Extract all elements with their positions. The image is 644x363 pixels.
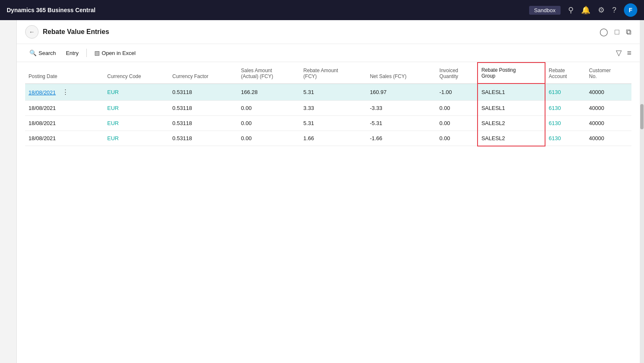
cell-posting-date: 18/08/2021 [25,100,104,115]
cell-posting-date: 18/08/2021 ⋮ [25,84,104,100]
cell-rebate-posting-group: SALESL1 [478,84,545,100]
table-row: 18/08/2021 EUR 0.53118 0.00 3.33 -3.33 0… [25,100,631,115]
bookmark-icon[interactable]: ◯ [600,27,608,37]
main-container: ← Rebate Value Entries ◯ □ ⧉ 🔍 Search En… [0,20,644,363]
cell-net-sales: -1.66 [366,131,436,146]
col-header-sales-amount: Sales Amount(Actual) (FCY) [238,63,300,84]
cell-customer-no: 40000 [586,131,631,146]
entry-button[interactable]: Entry [62,48,83,58]
page-header-right: ◯ □ ⧉ [600,27,631,37]
open-excel-button[interactable]: ▧ Open in Excel [90,47,140,58]
toolbar-divider [86,49,87,57]
topbar: Dynamics 365 Business Central Sandbox ⚲ … [0,0,644,20]
data-table: Posting Date Currency Code Currency Fact… [25,62,631,146]
col-header-currency-code: Currency Code [104,63,169,84]
search-label: Search [39,50,56,56]
page-header-left: ← Rebate Value Entries [25,25,109,39]
col-header-rebate-amount: Rebate Amount(FCY) [300,63,367,84]
help-icon[interactable]: ? [612,6,616,15]
left-sidebar [0,20,17,363]
scroll-thumb[interactable] [640,104,644,129]
topbar-right: Sandbox ⚲ 🔔 ⚙ ? F [529,3,637,17]
posting-date-link[interactable]: 18/08/2021 [29,89,56,96]
search-icon: 🔍 [29,50,36,56]
cell-sales-amount: 166.28 [238,84,300,100]
cell-rebate-account: 6130 [545,115,586,131]
cell-rebate-amount: 3.33 [300,100,367,115]
gear-icon[interactable]: ⚙ [598,5,605,15]
open-excel-label: Open in Excel [102,50,136,56]
page-title: Rebate Value Entries [43,28,109,36]
cell-net-sales: -3.33 [366,100,436,115]
table-row: 18/08/2021 EUR 0.53118 0.00 1.66 -1.66 0… [25,131,631,146]
toolbar: 🔍 Search Entry ▧ Open in Excel ▽ ≡ [17,44,640,62]
topbar-left: Dynamics 365 Business Central [7,7,96,13]
cell-currency-factor: 0.53118 [169,84,238,100]
columns-icon[interactable]: ≡ [627,49,631,57]
cell-rebate-account: 6130 [545,84,586,100]
col-header-rebate-account: RebateAccount [545,63,586,84]
cell-rebate-account: 6130 [545,100,586,115]
back-icon: ← [29,29,35,35]
right-sidebar [640,20,644,363]
table-container: Posting Date Currency Code Currency Fact… [17,62,640,363]
cell-net-sales: 160.97 [366,84,436,100]
cell-rebate-posting-group: SALESL2 [478,115,545,131]
search-button[interactable]: 🔍 Search [25,47,60,58]
search-nav-icon[interactable]: ⚲ [568,5,574,15]
cell-rebate-amount: 5.31 [300,84,367,100]
table-row: 18/08/2021 EUR 0.53118 0.00 5.31 -5.31 0… [25,115,631,131]
cell-rebate-account: 6130 [545,131,586,146]
cell-sales-amount: 0.00 [238,100,300,115]
col-header-rebate-posting-group: Rebate PostingGroup [478,63,545,84]
table-row: 18/08/2021 ⋮ EUR 0.53118 166.28 5.31 160… [25,84,631,100]
page-content: ← Rebate Value Entries ◯ □ ⧉ 🔍 Search En… [17,20,640,363]
cell-customer-no: 40000 [586,115,631,131]
cell-invoiced-quantity: 0.00 [436,115,478,131]
cell-sales-amount: 0.00 [238,115,300,131]
cell-posting-date: 18/08/2021 [25,115,104,131]
cell-currency-code: EUR [104,84,169,100]
cell-rebate-posting-group: SALESL1 [478,100,545,115]
excel-icon: ▧ [94,50,100,56]
cell-currency-code: EUR [104,131,169,146]
cell-invoiced-quantity: 0.00 [436,100,478,115]
back-button[interactable]: ← [25,25,39,39]
cell-customer-no: 40000 [586,84,631,100]
bell-icon[interactable]: 🔔 [581,5,590,15]
cell-rebate-amount: 1.66 [300,131,367,146]
toolbar-left: 🔍 Search Entry ▧ Open in Excel [25,47,140,58]
app-name: Dynamics 365 Business Central [7,7,96,13]
col-header-currency-factor: Currency Factor [169,63,238,84]
cell-net-sales: -5.31 [366,115,436,131]
expand-icon[interactable]: ⧉ [626,28,631,37]
cell-posting-date: 18/08/2021 [25,131,104,146]
cell-invoiced-quantity: 0.00 [436,131,478,146]
cell-rebate-posting-group: SALESL2 [478,131,545,146]
col-header-net-sales: Net Sales (FCY) [366,63,436,84]
entry-label: Entry [66,50,78,56]
cell-currency-code: EUR [104,100,169,115]
col-header-invoiced-quantity: InvoicedQuantity [436,63,478,84]
cell-sales-amount: 0.00 [238,131,300,146]
cell-rebate-amount: 5.31 [300,115,367,131]
cell-currency-factor: 0.53118 [169,115,238,131]
cell-currency-code: EUR [104,115,169,131]
cell-currency-factor: 0.53118 [169,131,238,146]
col-header-customer-no: CustomerNo. [586,63,631,84]
user-avatar[interactable]: F [624,3,637,17]
page-header: ← Rebate Value Entries ◯ □ ⧉ [17,20,640,44]
row-menu-button[interactable]: ⋮ [60,88,71,97]
environment-badge: Sandbox [529,6,561,15]
toolbar-right: ▽ ≡ [616,48,631,57]
edit-page-icon[interactable]: □ [615,28,619,37]
filter-icon[interactable]: ▽ [616,48,622,57]
cell-currency-factor: 0.53118 [169,100,238,115]
cell-customer-no: 40000 [586,100,631,115]
cell-invoiced-quantity: -1.00 [436,84,478,100]
col-header-posting-date: Posting Date [25,63,104,84]
table-header-row: Posting Date Currency Code Currency Fact… [25,63,631,84]
